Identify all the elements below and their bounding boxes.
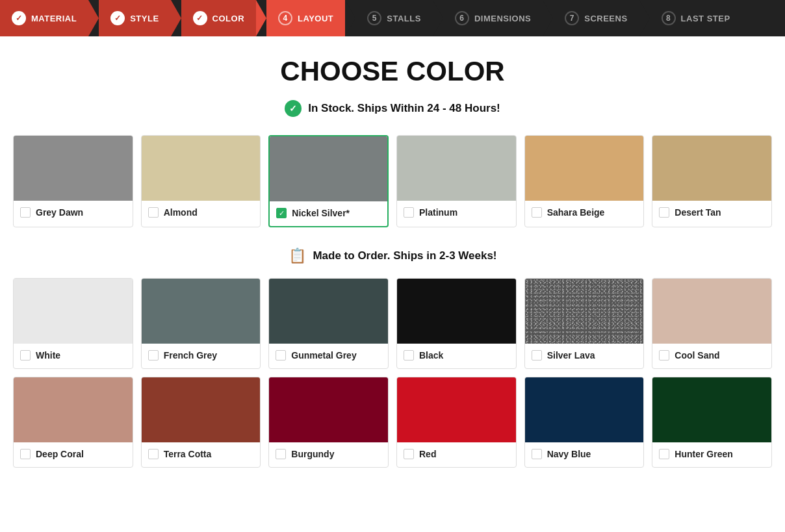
- color-swatch-sahara-beige: [525, 136, 644, 201]
- color-label-row: Burgundy: [269, 442, 388, 467]
- color-card-platinum[interactable]: Platinum: [396, 135, 517, 227]
- color-swatch-white: [14, 279, 133, 344]
- color-card-sahara-beige[interactable]: Sahara Beige: [524, 135, 645, 227]
- color-name-label: Black: [419, 350, 443, 361]
- color-swatch-navy-blue: [525, 377, 644, 442]
- nav-divider-6: [543, 0, 553, 36]
- color-card-terra-cotta[interactable]: Terra Cotta: [141, 377, 261, 468]
- color-label-row: Almond: [142, 201, 261, 225]
- color-label-row: Gunmetal Grey: [269, 344, 388, 368]
- step-icon-style: ✓: [110, 11, 125, 25]
- color-swatch-desert-tan: [652, 136, 771, 201]
- color-checkbox[interactable]: [659, 207, 669, 218]
- color-name-label: Navy Blue: [547, 449, 591, 459]
- in-stock-banner: ✓ In Stock. Ships Within 24 - 48 Hours!: [13, 100, 772, 117]
- color-swatch-burgundy: [269, 377, 388, 442]
- color-swatch-cool-sand: [652, 279, 771, 344]
- color-swatch-hunter-green: [652, 377, 771, 442]
- nav-step-color[interactable]: ✓ COLOR: [181, 0, 256, 36]
- color-card-silver-lava[interactable]: Silver Lava: [524, 278, 645, 369]
- color-card-hunter-green[interactable]: Hunter Green: [652, 377, 772, 468]
- nav-divider-4: [345, 0, 355, 36]
- nav-step-style[interactable]: ✓ STYLE: [99, 0, 170, 36]
- color-swatch-gunmetal-grey: [269, 279, 388, 344]
- color-label-row: French Grey: [142, 344, 261, 368]
- color-label-row: Red: [397, 442, 516, 467]
- color-name-label: Terra Cotta: [164, 449, 212, 459]
- color-card-nickel-silver-[interactable]: ✓Nickel Silver*: [268, 135, 389, 227]
- instock-color-grid: Grey DawnAlmond✓Nickel Silver*PlatinumSa…: [13, 135, 772, 227]
- color-checkbox[interactable]: [148, 207, 159, 218]
- color-checkbox[interactable]: [276, 449, 286, 459]
- color-checkbox[interactable]: [532, 449, 542, 459]
- color-checkbox[interactable]: [532, 207, 542, 218]
- color-card-grey-dawn[interactable]: Grey Dawn: [13, 135, 133, 227]
- color-card-white[interactable]: White: [13, 278, 133, 369]
- color-label-row: Platinum: [397, 201, 516, 225]
- color-checkbox[interactable]: [404, 350, 414, 361]
- madetoorder-color-grid: WhiteFrench GreyGunmetal GreyBlackSilver…: [13, 278, 772, 468]
- color-name-label: Gunmetal Grey: [291, 350, 356, 361]
- color-label-row: Black: [397, 344, 516, 368]
- color-swatch-grey-dawn: [14, 136, 133, 201]
- color-name-label: Hunter Green: [675, 449, 732, 459]
- nav-step-layout[interactable]: 4 LAYOUT: [266, 0, 345, 36]
- color-checkbox[interactable]: [148, 350, 159, 361]
- nav-label-material: MATERIAL: [31, 14, 77, 23]
- nav-divider-7: [639, 0, 650, 36]
- step-icon-stalls: 5: [367, 11, 381, 25]
- nav-divider-3: [256, 0, 266, 36]
- color-label-row: Navy Blue: [525, 442, 644, 467]
- nav-divider-1: [88, 0, 99, 36]
- color-swatch-almond: [142, 136, 261, 201]
- color-card-black[interactable]: Black: [396, 278, 517, 369]
- color-checkbox[interactable]: [659, 449, 669, 459]
- color-checkbox[interactable]: [532, 350, 542, 361]
- color-checkbox[interactable]: [148, 449, 159, 459]
- color-name-label: Grey Dawn: [36, 207, 83, 218]
- color-checkbox[interactable]: [404, 207, 414, 218]
- made-to-order-text: Made to Order. Ships in 2-3 Weeks!: [313, 249, 496, 262]
- nav-label-laststep: LAST STEP: [681, 14, 730, 23]
- color-checkbox[interactable]: [659, 350, 669, 361]
- nav-divider-2: [171, 0, 181, 36]
- color-checkbox[interactable]: [20, 350, 31, 361]
- check-icon: ✓: [285, 100, 302, 117]
- color-label-row: Sahara Beige: [525, 201, 644, 225]
- color-card-red[interactable]: Red: [396, 377, 517, 468]
- nav-step-screens[interactable]: 7 SCREENS: [553, 0, 639, 36]
- color-checkbox[interactable]: [20, 207, 31, 218]
- color-checkbox[interactable]: [276, 350, 286, 361]
- nav-step-dimensions[interactable]: 6 DIMENSIONS: [443, 0, 543, 36]
- step-icon-material: ✓: [12, 11, 26, 25]
- color-name-label: French Grey: [164, 350, 217, 361]
- color-label-row: Terra Cotta: [142, 442, 261, 467]
- color-checkbox[interactable]: [404, 449, 414, 459]
- clipboard-icon: 📋: [288, 247, 306, 265]
- color-checkbox[interactable]: [20, 449, 31, 459]
- nav-label-stalls: STALLS: [387, 14, 421, 23]
- color-checkbox[interactable]: ✓: [276, 208, 287, 218]
- nav-label-layout: LAYOUT: [298, 14, 333, 23]
- nav-step-stalls[interactable]: 5 STALLS: [355, 0, 433, 36]
- color-card-almond[interactable]: Almond: [141, 135, 261, 227]
- nav-step-laststep[interactable]: 8 LAST STEP: [650, 0, 742, 36]
- main-content: CHOOSE COLOR ✓ In Stock. Ships Within 24…: [0, 36, 785, 494]
- color-card-gunmetal-grey[interactable]: Gunmetal Grey: [268, 278, 389, 369]
- color-label-row: ✓Nickel Silver*: [270, 201, 387, 226]
- nav-step-material[interactable]: ✓ MATERIAL: [0, 0, 88, 36]
- step-icon-color: ✓: [193, 11, 207, 25]
- color-card-navy-blue[interactable]: Navy Blue: [524, 377, 645, 468]
- color-card-deep-coral[interactable]: Deep Coral: [13, 377, 133, 468]
- color-label-row: Deep Coral: [14, 442, 133, 467]
- color-card-cool-sand[interactable]: Cool Sand: [652, 278, 772, 369]
- color-card-french-grey[interactable]: French Grey: [141, 278, 261, 369]
- color-name-label: Nickel Silver*: [292, 208, 350, 218]
- color-name-label: Silver Lava: [547, 350, 595, 361]
- color-card-desert-tan[interactable]: Desert Tan: [652, 135, 772, 227]
- color-name-label: Desert Tan: [675, 207, 721, 218]
- color-name-label: Cool Sand: [675, 350, 719, 361]
- color-card-burgundy[interactable]: Burgundy: [268, 377, 389, 468]
- color-swatch-terra-cotta: [142, 377, 261, 442]
- color-name-label: Sahara Beige: [547, 207, 605, 218]
